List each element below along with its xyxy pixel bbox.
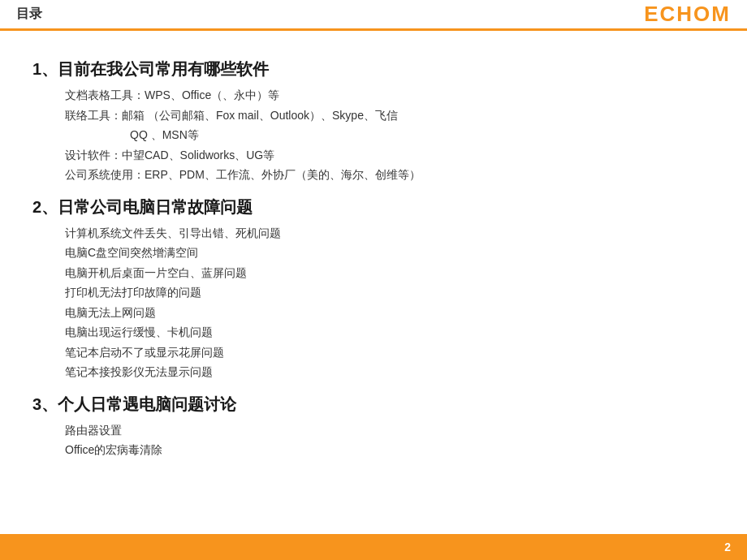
main-content: 1、目前在我公司常用有哪些软件 文档表格工具：WPS、Office（、永中）等 … bbox=[0, 31, 747, 534]
header-title: 目录 bbox=[16, 6, 42, 23]
section3-item1: 路由器设置 bbox=[65, 420, 706, 441]
section1-heading: 1、目前在我公司常用有哪些软件 bbox=[32, 58, 706, 80]
page-number: 2 bbox=[724, 541, 731, 554]
section1-item2: 联络工具：邮箱 （公司邮箱、Fox mail、Outlook）、Skype、飞信 bbox=[65, 106, 706, 126]
section1-item3: QQ 、MSN等 bbox=[130, 125, 706, 145]
section1-item4: 设计软件：中望CAD、Solidworks、UG等 bbox=[65, 145, 706, 166]
section2-item3: 电脑开机后桌面一片空白、蓝屏问题 bbox=[65, 263, 706, 283]
section2-item1: 计算机系统文件丢失、引导出错、死机问题 bbox=[65, 223, 706, 243]
section1-item5: 公司系统使用：ERP、PDM、工作流、外协厂（美的、海尔、创维等） bbox=[65, 165, 706, 185]
logo: ECHOM bbox=[644, 2, 731, 27]
section2-item5: 电脑无法上网问题 bbox=[65, 303, 706, 323]
section2-item4: 打印机无法打印故障的问题 bbox=[65, 282, 706, 303]
footer: 2 bbox=[0, 534, 747, 560]
section3-heading: 3、个人日常遇电脑问题讨论 bbox=[32, 394, 706, 416]
section2-item6: 电脑出现运行缓慢、卡机问题 bbox=[65, 322, 706, 342]
section1-item1: 文档表格工具：WPS、Office（、永中）等 bbox=[65, 85, 706, 106]
section2-item8: 笔记本接投影仪无法显示问题 bbox=[65, 362, 706, 382]
header: 目录 ECHOM bbox=[0, 0, 747, 31]
section3-item2: Office的宏病毒清除 bbox=[65, 440, 706, 460]
section2-item7: 笔记本启动不了或显示花屏问题 bbox=[65, 342, 706, 363]
section2-heading: 2、日常公司电脑日常故障问题 bbox=[32, 196, 706, 218]
section2-item2: 电脑C盘空间突然增满空间 bbox=[65, 243, 706, 263]
